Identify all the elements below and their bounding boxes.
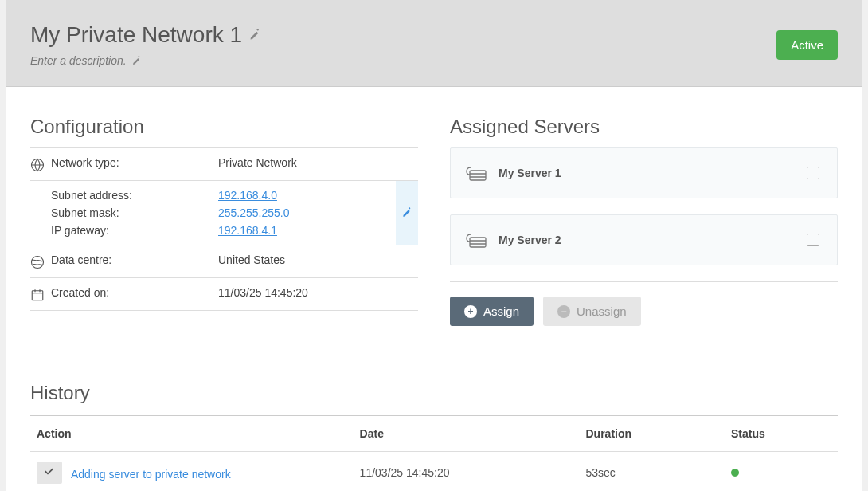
created-on-label: Created on:: [51, 286, 218, 299]
history-section: History Action Date Duration Status Addi…: [6, 358, 862, 491]
assign-label: Assign: [483, 304, 519, 318]
server-card[interactable]: My Server 1: [450, 147, 838, 198]
check-icon: [37, 462, 62, 484]
server-name: My Server 2: [499, 234, 796, 246]
configuration-section: Configuration Network type: Private Netw…: [30, 116, 418, 326]
server-card[interactable]: My Server 2: [450, 214, 838, 265]
configuration-title: Configuration: [30, 116, 418, 138]
assigned-servers-section: Assigned Servers My Server 1 My Server 2…: [450, 116, 838, 326]
config-row-network-type: Network type: Private Network: [30, 147, 418, 180]
server-name: My Server 1: [499, 167, 796, 179]
history-col-status: Status: [725, 416, 838, 452]
minus-icon: −: [557, 305, 570, 318]
network-title-text: My Private Network 1: [30, 22, 242, 48]
ip-gateway-value[interactable]: 192.168.4.1: [218, 224, 277, 237]
assign-button[interactable]: + Assign: [450, 297, 534, 326]
page-description: Enter a description.: [30, 54, 261, 67]
history-date: 11/03/25 14:45:20: [354, 452, 580, 492]
history-row: Adding server to private network 11/03/2…: [30, 452, 838, 492]
server-icon: [465, 231, 487, 249]
edit-subnet-button[interactable]: [396, 181, 418, 245]
history-duration: 53sec: [580, 452, 725, 492]
plus-icon: +: [464, 305, 477, 318]
pencil-icon: [401, 207, 412, 218]
unassign-label: Unassign: [577, 304, 627, 318]
globe-icon: [30, 156, 51, 172]
history-action-link[interactable]: Adding server to private network: [71, 468, 231, 481]
svg-rect-3: [470, 171, 486, 180]
network-type-label: Network type:: [51, 156, 218, 169]
history-title: History: [30, 382, 838, 404]
server-checkbox[interactable]: [807, 167, 819, 179]
history-status: [725, 452, 838, 492]
server-icon: [465, 164, 487, 182]
history-col-date: Date: [354, 416, 580, 452]
description-placeholder: Enter a description.: [30, 54, 127, 67]
status-text: Active: [791, 38, 823, 52]
history-col-action: Action: [30, 416, 354, 452]
status-badge: Active: [776, 30, 838, 60]
history-col-duration: Duration: [580, 416, 725, 452]
assigned-servers-title: Assigned Servers: [450, 116, 838, 138]
subnet-mask-label: Subnet mask:: [51, 206, 218, 219]
world-icon: [30, 253, 51, 269]
data-centre-label: Data centre:: [51, 253, 218, 266]
page-title: My Private Network 1: [30, 22, 261, 48]
unassign-button[interactable]: − Unassign: [543, 297, 641, 326]
svg-rect-4: [470, 238, 486, 247]
config-row-subnet: Subnet address: 192.168.4.0 Subnet mask:…: [30, 180, 418, 245]
subnet-address-label: Subnet address:: [51, 189, 218, 202]
calendar-icon: [30, 286, 51, 302]
created-on-value: 11/03/25 14:45:20: [218, 286, 418, 299]
subnet-address-value[interactable]: 192.168.4.0: [218, 189, 277, 202]
config-row-data-centre: Data centre: United States: [30, 245, 418, 277]
svg-rect-2: [32, 291, 43, 300]
edit-description-icon[interactable]: [131, 56, 142, 66]
data-centre-value: United States: [218, 253, 418, 266]
config-row-created-on: Created on: 11/03/25 14:45:20: [30, 277, 418, 311]
network-type-value: Private Network: [218, 156, 418, 169]
server-checkbox[interactable]: [807, 234, 819, 246]
page-header: My Private Network 1 Enter a description…: [6, 0, 862, 87]
ip-gateway-label: IP gateway:: [51, 224, 218, 237]
subnet-mask-value[interactable]: 255.255.255.0: [218, 206, 290, 219]
status-dot-ok: [731, 469, 739, 477]
svg-point-1: [32, 257, 44, 269]
edit-title-icon[interactable]: [248, 29, 261, 41]
